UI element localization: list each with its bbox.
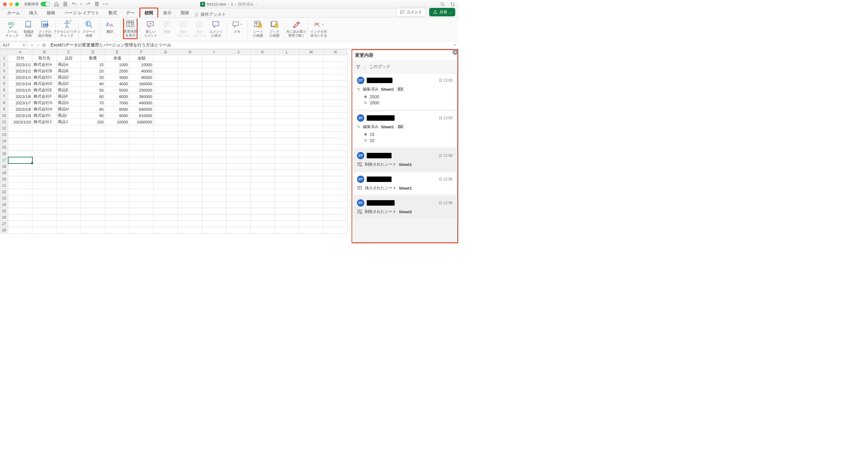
cell[interactable] xyxy=(154,74,178,81)
cell[interactable] xyxy=(275,74,299,81)
formula-input[interactable]: Excelのデータの変更履歴とバージョン管理を行う方法とツール xyxy=(49,42,452,48)
cell[interactable] xyxy=(57,221,81,227)
spreadsheet-grid[interactable]: ABCDEFGHIJKLMN1日付取引先品目数量単価金額22023/1/1株式会… xyxy=(0,49,351,243)
cell[interactable] xyxy=(8,164,32,170)
cell[interactable]: 株式会社A xyxy=(32,62,57,68)
cell[interactable] xyxy=(178,74,202,81)
cell[interactable]: 360000 xyxy=(129,93,154,100)
cell[interactable] xyxy=(275,113,299,119)
cell[interactable] xyxy=(226,170,251,176)
cell[interactable]: 160000 xyxy=(129,81,154,87)
close-window[interactable] xyxy=(3,2,7,6)
change-card[interactable]: DT 日 13:03 ✎ 編集済み Sheet1 E3 2500 2000 xyxy=(353,74,456,110)
cell[interactable] xyxy=(275,144,299,151)
cell[interactable] xyxy=(32,176,57,182)
cell[interactable] xyxy=(178,62,202,68)
cell[interactable] xyxy=(275,93,299,100)
cell[interactable]: 10000 xyxy=(105,119,129,125)
cell[interactable]: 株式会社H xyxy=(32,106,57,113)
cell[interactable]: 40 xyxy=(81,81,105,87)
cell[interactable]: 2023/1/1 xyxy=(8,62,32,68)
cell[interactable] xyxy=(323,93,348,100)
cell[interactable] xyxy=(81,151,105,157)
cell[interactable] xyxy=(202,227,226,233)
cell[interactable] xyxy=(202,208,226,214)
row-header[interactable]: 7 xyxy=(0,93,8,100)
cell[interactable] xyxy=(154,81,178,87)
cell[interactable] xyxy=(226,144,251,151)
cell[interactable] xyxy=(226,113,251,119)
translate[interactable]: あA翻訳 xyxy=(103,20,117,34)
cell[interactable] xyxy=(8,189,32,195)
tab-data[interactable]: デー xyxy=(122,8,139,17)
cell[interactable] xyxy=(299,221,323,227)
cell[interactable] xyxy=(226,106,251,113)
cell[interactable]: 商品I xyxy=(57,113,81,119)
cell[interactable] xyxy=(226,132,251,138)
cell[interactable]: 商品J xyxy=(57,119,81,125)
cell[interactable] xyxy=(275,68,299,74)
cell[interactable] xyxy=(81,144,105,151)
show-changes[interactable]: 変更内容 を表示 xyxy=(123,19,137,39)
cell[interactable] xyxy=(323,113,348,119)
cell[interactable]: 株式会社J xyxy=(32,119,57,125)
cell[interactable] xyxy=(105,227,129,233)
cell[interactable]: 90 xyxy=(81,113,105,119)
cell[interactable] xyxy=(202,195,226,202)
cell[interactable] xyxy=(299,81,323,87)
change-card[interactable]: DT 日 13:03 ✎ 編集済み Sheet1 D2 15 10 xyxy=(353,111,456,147)
cell[interactable] xyxy=(299,164,323,170)
cell[interactable] xyxy=(57,144,81,151)
cell[interactable] xyxy=(202,119,226,125)
cell[interactable] xyxy=(251,208,275,214)
fx-icon[interactable]: fx xyxy=(42,43,46,48)
cell[interactable] xyxy=(299,151,323,157)
row-header[interactable]: 22 xyxy=(0,189,8,195)
maximize-window[interactable] xyxy=(15,2,19,6)
cell[interactable] xyxy=(226,74,251,81)
namebox-stepper[interactable]: ▲▼ xyxy=(23,44,25,47)
cell[interactable] xyxy=(202,151,226,157)
cell[interactable] xyxy=(275,87,299,93)
cell[interactable] xyxy=(202,221,226,227)
comments-button[interactable]: コメント xyxy=(396,8,426,17)
col-header[interactable]: G xyxy=(154,50,178,55)
row-header[interactable]: 16 xyxy=(0,151,8,157)
cell[interactable] xyxy=(251,62,275,68)
cell[interactable] xyxy=(202,189,226,195)
cell[interactable]: 品目 xyxy=(57,55,81,62)
cell[interactable] xyxy=(299,138,323,144)
cell[interactable] xyxy=(8,195,32,202)
cell[interactable] xyxy=(32,164,57,170)
cell[interactable] xyxy=(81,214,105,221)
cell[interactable] xyxy=(251,182,275,189)
tab-home[interactable]: ホーム xyxy=(3,8,24,17)
cell[interactable] xyxy=(8,202,32,208)
cell[interactable] xyxy=(178,214,202,221)
hide-ink[interactable]: インクを非 表示にする xyxy=(311,20,326,37)
cell[interactable] xyxy=(226,164,251,170)
cell[interactable] xyxy=(251,132,275,138)
cell[interactable] xyxy=(57,164,81,170)
cell[interactable] xyxy=(105,189,129,195)
cell[interactable] xyxy=(299,93,323,100)
home-icon[interactable] xyxy=(54,1,59,7)
cell[interactable] xyxy=(323,55,348,62)
cell[interactable] xyxy=(251,68,275,74)
col-header[interactable]: H xyxy=(178,50,202,55)
row-header[interactable]: 14 xyxy=(0,138,8,144)
cell[interactable] xyxy=(129,227,154,233)
cell[interactable]: 商品F xyxy=(57,93,81,100)
cell[interactable] xyxy=(105,132,129,138)
cell[interactable] xyxy=(81,132,105,138)
cell[interactable] xyxy=(178,202,202,208)
cell[interactable] xyxy=(275,55,299,62)
cell[interactable] xyxy=(275,138,299,144)
cell[interactable] xyxy=(32,221,57,227)
cell[interactable] xyxy=(178,208,202,214)
cell[interactable] xyxy=(8,138,32,144)
cell[interactable] xyxy=(226,208,251,214)
cell[interactable] xyxy=(57,157,81,164)
cell[interactable]: 8000 xyxy=(105,106,129,113)
cell[interactable] xyxy=(32,227,57,233)
